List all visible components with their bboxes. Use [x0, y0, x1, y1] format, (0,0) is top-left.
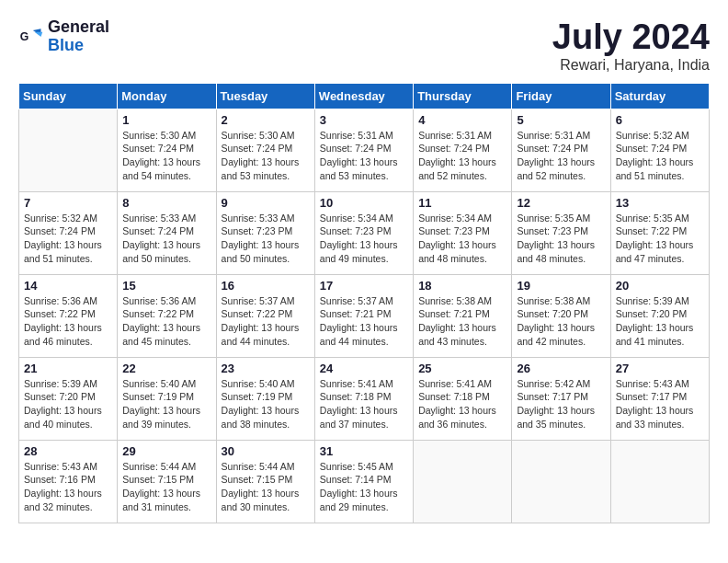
day-info: Sunrise: 5:30 AMSunset: 7:24 PMDaylight:… — [122, 129, 210, 183]
day-number: 16 — [222, 279, 310, 293]
week-row-3: 14Sunrise: 5:36 AMSunset: 7:22 PMDayligh… — [19, 274, 710, 357]
day-number: 30 — [222, 444, 310, 458]
day-info: Sunrise: 5:32 AMSunset: 7:24 PMDaylight:… — [24, 212, 112, 266]
page-header: G General Blue July 2024 Rewari, Haryana… — [18, 18, 710, 74]
calendar-cell — [512, 440, 610, 523]
logo-blue-text: Blue — [48, 37, 109, 55]
calendar-cell — [610, 440, 709, 523]
calendar-cell: 6Sunrise: 5:32 AMSunset: 7:24 PMDaylight… — [610, 109, 709, 191]
day-number: 14 — [24, 279, 112, 293]
calendar-cell: 31Sunrise: 5:45 AMSunset: 7:14 PMDayligh… — [314, 440, 413, 523]
day-number: 29 — [122, 444, 210, 458]
calendar-cell: 2Sunrise: 5:30 AMSunset: 7:24 PMDaylight… — [216, 109, 314, 191]
calendar-cell: 9Sunrise: 5:33 AMSunset: 7:23 PMDaylight… — [216, 191, 314, 274]
day-number: 25 — [418, 362, 506, 375]
calendar-cell: 11Sunrise: 5:34 AMSunset: 7:23 PMDayligh… — [414, 191, 512, 274]
calendar-cell: 29Sunrise: 5:44 AMSunset: 7:15 PMDayligh… — [118, 440, 216, 523]
calendar-cell: 27Sunrise: 5:43 AMSunset: 7:17 PMDayligh… — [610, 357, 709, 440]
day-info: Sunrise: 5:37 AMSunset: 7:21 PMDaylight:… — [320, 294, 408, 349]
calendar-cell: 5Sunrise: 5:31 AMSunset: 7:24 PMDaylight… — [512, 109, 610, 191]
day-info: Sunrise: 5:33 AMSunset: 7:24 PMDaylight:… — [122, 212, 210, 266]
calendar-cell: 19Sunrise: 5:38 AMSunset: 7:20 PMDayligh… — [512, 274, 610, 357]
day-info: Sunrise: 5:39 AMSunset: 7:20 PMDaylight:… — [616, 294, 704, 349]
weekday-header-friday: Friday — [512, 83, 610, 109]
calendar-cell: 20Sunrise: 5:39 AMSunset: 7:20 PMDayligh… — [610, 274, 709, 357]
day-info: Sunrise: 5:30 AMSunset: 7:24 PMDaylight:… — [222, 129, 310, 183]
calendar-cell: 16Sunrise: 5:37 AMSunset: 7:22 PMDayligh… — [216, 274, 314, 357]
day-number: 17 — [320, 279, 408, 293]
weekday-header-row: SundayMondayTuesdayWednesdayThursdayFrid… — [19, 83, 710, 109]
calendar-cell: 10Sunrise: 5:34 AMSunset: 7:23 PMDayligh… — [314, 191, 413, 274]
calendar-cell: 22Sunrise: 5:40 AMSunset: 7:19 PMDayligh… — [118, 357, 216, 440]
calendar-cell — [19, 109, 118, 191]
calendar-cell — [414, 440, 512, 523]
day-info: Sunrise: 5:31 AMSunset: 7:24 PMDaylight:… — [418, 129, 506, 183]
day-info: Sunrise: 5:38 AMSunset: 7:20 PMDaylight:… — [517, 294, 605, 349]
day-info: Sunrise: 5:34 AMSunset: 7:23 PMDaylight:… — [320, 212, 408, 266]
calendar-cell: 28Sunrise: 5:43 AMSunset: 7:16 PMDayligh… — [19, 440, 118, 523]
day-number: 1 — [122, 113, 210, 127]
day-info: Sunrise: 5:43 AMSunset: 7:17 PMDaylight:… — [616, 377, 704, 431]
day-info: Sunrise: 5:43 AMSunset: 7:16 PMDaylight:… — [24, 460, 112, 514]
day-info: Sunrise: 5:41 AMSunset: 7:18 PMDaylight:… — [418, 377, 506, 431]
day-number: 24 — [320, 362, 408, 375]
title-section: July 2024 Rewari, Haryana, India — [552, 18, 710, 74]
calendar-cell: 26Sunrise: 5:42 AMSunset: 7:17 PMDayligh… — [512, 357, 610, 440]
day-info: Sunrise: 5:40 AMSunset: 7:19 PMDaylight:… — [122, 377, 210, 431]
day-number: 8 — [122, 196, 210, 210]
day-info: Sunrise: 5:33 AMSunset: 7:23 PMDaylight:… — [222, 212, 310, 266]
day-info: Sunrise: 5:44 AMSunset: 7:15 PMDaylight:… — [122, 460, 210, 514]
day-number: 13 — [616, 196, 704, 210]
calendar-cell: 3Sunrise: 5:31 AMSunset: 7:24 PMDaylight… — [314, 109, 413, 191]
logo-text: General Blue — [48, 18, 109, 55]
day-info: Sunrise: 5:36 AMSunset: 7:22 PMDaylight:… — [122, 294, 210, 349]
day-number: 3 — [320, 113, 408, 127]
day-number: 4 — [418, 113, 506, 127]
svg-text:G: G — [20, 29, 29, 42]
calendar-cell: 8Sunrise: 5:33 AMSunset: 7:24 PMDaylight… — [118, 191, 216, 274]
day-number: 9 — [222, 196, 310, 210]
week-row-1: 1Sunrise: 5:30 AMSunset: 7:24 PMDaylight… — [19, 109, 710, 191]
day-number: 31 — [320, 444, 408, 458]
day-number: 2 — [222, 113, 310, 127]
weekday-header-sunday: Sunday — [19, 83, 118, 109]
day-info: Sunrise: 5:41 AMSunset: 7:18 PMDaylight:… — [320, 377, 408, 431]
day-info: Sunrise: 5:32 AMSunset: 7:24 PMDaylight:… — [616, 129, 704, 183]
location-title: Rewari, Haryana, India — [552, 57, 710, 74]
day-info: Sunrise: 5:31 AMSunset: 7:24 PMDaylight:… — [320, 129, 408, 183]
day-number: 27 — [616, 362, 704, 375]
weekday-header-thursday: Thursday — [414, 83, 512, 109]
week-row-5: 28Sunrise: 5:43 AMSunset: 7:16 PMDayligh… — [19, 440, 710, 523]
day-info: Sunrise: 5:37 AMSunset: 7:22 PMDaylight:… — [222, 294, 310, 349]
calendar-cell: 24Sunrise: 5:41 AMSunset: 7:18 PMDayligh… — [314, 357, 413, 440]
calendar-cell: 4Sunrise: 5:31 AMSunset: 7:24 PMDaylight… — [414, 109, 512, 191]
day-info: Sunrise: 5:45 AMSunset: 7:14 PMDaylight:… — [320, 460, 408, 514]
day-info: Sunrise: 5:34 AMSunset: 7:23 PMDaylight:… — [418, 212, 506, 266]
day-number: 20 — [616, 279, 704, 293]
calendar-cell: 25Sunrise: 5:41 AMSunset: 7:18 PMDayligh… — [414, 357, 512, 440]
logo-icon: G — [18, 24, 44, 50]
calendar-table: SundayMondayTuesdayWednesdayThursdayFrid… — [18, 83, 710, 523]
weekday-header-saturday: Saturday — [610, 83, 709, 109]
day-number: 18 — [418, 279, 506, 293]
calendar-cell: 12Sunrise: 5:35 AMSunset: 7:23 PMDayligh… — [512, 191, 610, 274]
day-number: 5 — [517, 113, 605, 127]
day-number: 7 — [24, 196, 112, 210]
svg-marker-2 — [35, 32, 43, 37]
month-title: July 2024 — [552, 18, 710, 57]
day-number: 11 — [418, 196, 506, 210]
day-number: 19 — [517, 279, 605, 293]
day-info: Sunrise: 5:36 AMSunset: 7:22 PMDaylight:… — [24, 294, 112, 349]
day-number: 23 — [222, 362, 310, 375]
day-info: Sunrise: 5:39 AMSunset: 7:20 PMDaylight:… — [24, 377, 112, 431]
week-row-4: 21Sunrise: 5:39 AMSunset: 7:20 PMDayligh… — [19, 357, 710, 440]
day-number: 26 — [517, 362, 605, 375]
weekday-header-monday: Monday — [118, 83, 216, 109]
day-info: Sunrise: 5:31 AMSunset: 7:24 PMDaylight:… — [517, 129, 605, 183]
logo-general-text: General — [48, 18, 109, 37]
calendar-cell: 17Sunrise: 5:37 AMSunset: 7:21 PMDayligh… — [314, 274, 413, 357]
calendar-cell: 30Sunrise: 5:44 AMSunset: 7:15 PMDayligh… — [216, 440, 314, 523]
calendar-cell: 14Sunrise: 5:36 AMSunset: 7:22 PMDayligh… — [19, 274, 118, 357]
day-number: 21 — [24, 362, 112, 375]
day-info: Sunrise: 5:38 AMSunset: 7:21 PMDaylight:… — [418, 294, 506, 349]
